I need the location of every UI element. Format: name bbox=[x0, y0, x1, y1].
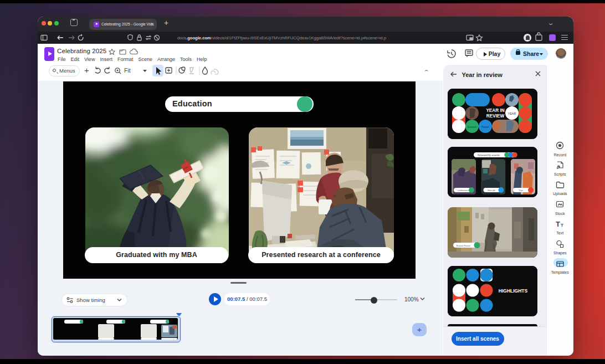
svg-text:New job: New job bbox=[488, 189, 495, 192]
svg-text:T: T bbox=[556, 220, 560, 228]
svg-text:Everett: Everett bbox=[468, 125, 476, 129]
svg-text:YEAR: YEAR bbox=[508, 112, 516, 115]
svg-text:+: + bbox=[84, 65, 89, 75]
svg-text:Power: Power bbox=[481, 125, 490, 129]
svg-text:Noteworthy events: Noteworthy events bbox=[478, 154, 500, 157]
svg-text:Fit: Fit bbox=[124, 67, 131, 74]
svg-text:YEAR IN: YEAR IN bbox=[486, 108, 504, 113]
svg-text:Trips: Trips bbox=[519, 189, 523, 192]
svg-text:REVIEW: REVIEW bbox=[486, 114, 505, 119]
svg-text:Everett Foster: Everett Foster bbox=[457, 244, 471, 247]
svg-text:Celebrations: Celebrations bbox=[457, 189, 469, 192]
svg-text:T: T bbox=[561, 223, 563, 228]
svg-text:HIGHLIGHTS: HIGHLIGHTS bbox=[499, 288, 528, 294]
